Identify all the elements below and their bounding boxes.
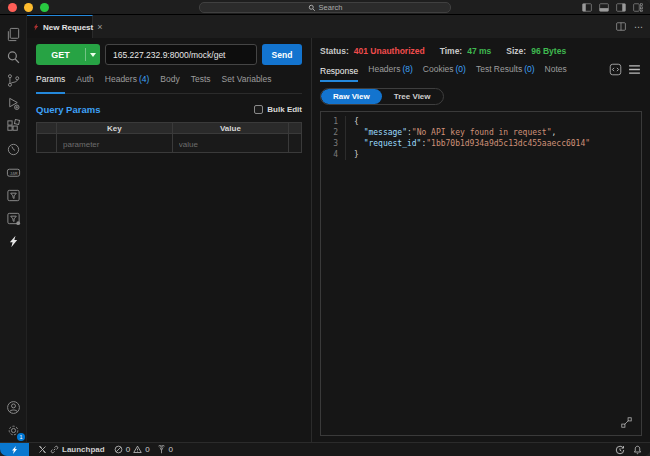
link-icon xyxy=(50,445,59,454)
code-line: 4} xyxy=(321,149,641,160)
ports-item[interactable]: 0 xyxy=(157,445,173,454)
bulk-edit-checkbox[interactable] xyxy=(254,105,263,114)
response-body-lines: 1{2 "message":"No API key found in reque… xyxy=(321,116,641,160)
code-line: 1{ xyxy=(321,116,641,127)
tab-set-variables[interactable]: Set Variables xyxy=(222,74,272,88)
activity-bar: JAM 1 xyxy=(0,15,26,442)
param-key-input[interactable] xyxy=(57,135,172,153)
launchpad-label: Launchpad xyxy=(62,445,105,454)
zoom-window-button[interactable] xyxy=(40,3,49,12)
jam-icon[interactable]: JAM xyxy=(0,161,26,184)
time-label: Time: xyxy=(440,46,463,56)
ports-icon xyxy=(157,445,166,454)
extensions-icon[interactable] xyxy=(0,115,26,138)
close-window-button[interactable] xyxy=(8,3,17,12)
tab-body[interactable]: Body xyxy=(160,74,179,88)
tab-tests[interactable]: Tests xyxy=(191,74,211,88)
vscode-window: ← → Search xyxy=(0,0,650,456)
thunder-client-tab-icon xyxy=(32,22,40,32)
test-filter-alt-icon[interactable] xyxy=(0,207,26,230)
action-col-header xyxy=(289,123,302,134)
request-tabs: Params Auth Headers(4) Body Tests Set Va… xyxy=(36,74,302,94)
key-col-header: Key xyxy=(57,123,173,134)
method-dropdown[interactable]: GET xyxy=(36,44,100,65)
test-filter-icon[interactable] xyxy=(0,184,26,207)
run-debug-icon[interactable] xyxy=(0,92,26,115)
source-control-icon[interactable] xyxy=(0,69,26,92)
history-icon[interactable] xyxy=(615,445,625,455)
tab-response[interactable]: Response xyxy=(320,66,358,82)
param-value-input[interactable] xyxy=(173,135,288,153)
response-tabs: Response Headers(8) Cookies(0) Test Resu… xyxy=(320,64,642,82)
method-label: GET xyxy=(36,50,85,60)
value-col-header: Value xyxy=(172,123,288,134)
minimize-window-button[interactable] xyxy=(24,3,33,12)
tab-new-request[interactable]: New Request × xyxy=(27,15,93,38)
response-panel: Status: 401 Unauthorized Time: 47 ms Siz… xyxy=(312,38,650,442)
code-line: 3 "request_id":"1bb70b1d934a9d5c13dc455a… xyxy=(321,138,641,149)
code-line: 2 "message":"No API key found in request… xyxy=(321,127,641,138)
size-value: 96 Bytes xyxy=(531,46,566,56)
split-editor-icon[interactable] xyxy=(616,22,626,31)
errors-warnings[interactable]: 0 0 xyxy=(114,445,150,454)
thunder-client-icon[interactable] xyxy=(0,230,26,253)
tools-icon xyxy=(38,445,47,454)
launchpad-item[interactable]: Launchpad xyxy=(38,445,105,454)
account-icon[interactable] xyxy=(0,396,26,419)
status-value: 401 Unauthorized xyxy=(354,46,425,56)
search-view-icon[interactable] xyxy=(0,46,26,69)
titlebar: ← → Search xyxy=(0,0,650,15)
more-actions-icon[interactable]: ⋯ xyxy=(634,22,643,32)
table-header-row: Key Value xyxy=(37,123,302,134)
tab-title: New Request xyxy=(43,23,93,32)
view-toggle: Raw View Tree View xyxy=(320,88,444,105)
query-params-table: Key Value xyxy=(36,122,302,153)
bulk-edit-toggle[interactable]: Bulk Edit xyxy=(254,105,302,114)
raw-view-button[interactable]: Raw View xyxy=(321,89,382,104)
tree-view-button[interactable]: Tree View xyxy=(382,89,443,104)
remote-indicator[interactable] xyxy=(0,443,29,456)
tab-response-headers[interactable]: Headers(8) xyxy=(368,64,413,78)
statusbar: Launchpad 0 0 0 xyxy=(0,442,650,456)
select-col-header xyxy=(37,123,57,134)
table-row xyxy=(37,134,302,153)
tab-cookies[interactable]: Cookies(0) xyxy=(423,64,466,78)
response-status-row: Status: 401 Unauthorized Time: 47 ms Siz… xyxy=(320,46,642,56)
warnings-count: 0 xyxy=(145,445,149,454)
query-params-title: Query Params xyxy=(36,104,100,115)
settings-gear-icon[interactable]: 1 xyxy=(0,419,26,442)
toggle-sidebar-icon[interactable] xyxy=(582,3,592,12)
editor-tabstrip: New Request × ⋯ xyxy=(27,15,650,38)
chevron-down-icon xyxy=(86,53,100,57)
ports-count: 0 xyxy=(169,445,173,454)
toggle-panel-icon[interactable] xyxy=(599,3,609,12)
send-button[interactable]: Send xyxy=(262,44,302,65)
response-body: 1{2 "message":"No API key found in reque… xyxy=(320,111,642,436)
tab-params[interactable]: Params xyxy=(36,74,65,94)
tab-auth[interactable]: Auth xyxy=(76,74,94,88)
request-panel: GET Send Params Auth Headers(4) Body Tes… xyxy=(27,38,312,442)
tab-close-icon[interactable]: × xyxy=(97,22,102,32)
expand-icon[interactable] xyxy=(621,417,632,428)
errors-count: 0 xyxy=(126,445,130,454)
toggle-secondary-sidebar-icon[interactable] xyxy=(616,3,626,12)
tab-headers[interactable]: Headers(4) xyxy=(105,74,150,88)
format-code-icon[interactable] xyxy=(609,63,622,76)
bell-icon[interactable] xyxy=(633,445,642,455)
row-checkbox-cell[interactable] xyxy=(37,134,57,153)
search-icon xyxy=(308,4,316,12)
explorer-icon[interactable] xyxy=(0,23,26,46)
tab-test-results[interactable]: Test Results(0) xyxy=(476,64,535,78)
time-value: 47 ms xyxy=(467,46,491,56)
command-center-search[interactable]: Search xyxy=(199,2,451,13)
status-label: Status: xyxy=(320,46,349,56)
customize-layout-icon[interactable] xyxy=(633,3,643,12)
row-action-cell[interactable] xyxy=(289,134,302,153)
tab-notes[interactable]: Notes xyxy=(545,64,567,78)
url-input[interactable] xyxy=(105,44,257,65)
traffic-lights xyxy=(8,3,49,12)
warning-icon xyxy=(133,445,142,454)
menu-icon[interactable] xyxy=(629,65,640,74)
timer-icon[interactable] xyxy=(0,138,26,161)
bulk-edit-label: Bulk Edit xyxy=(267,105,302,114)
